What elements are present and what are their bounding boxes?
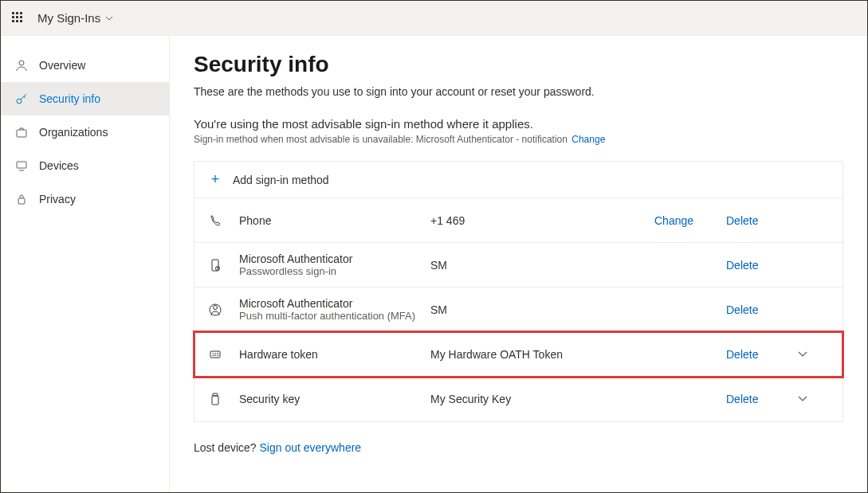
method-name: Phone: [239, 214, 430, 227]
method-name: Hardware token: [239, 348, 430, 361]
change-default-link[interactable]: Change: [571, 134, 605, 145]
chevron-down-icon[interactable]: [105, 16, 113, 21]
sidebar-item-label: Organizations: [39, 126, 108, 139]
add-method-label: Add sign-in method: [233, 174, 329, 186]
sidebar-item-label: Overview: [39, 59, 85, 72]
expand-chevron-icon[interactable]: [798, 351, 830, 358]
method-row: Microsoft AuthenticatorPush multi-factor…: [194, 288, 842, 332]
delete-link[interactable]: Delete: [726, 393, 798, 405]
sidebar-item-label: Privacy: [39, 193, 76, 205]
sidebar: Overview Security info Organizations Dev…: [1, 36, 170, 492]
usb-key-icon: [207, 392, 223, 406]
method-row: Phone+1 469ChangeDelete: [194, 198, 842, 243]
main-content: Security info These are the methods you …: [170, 36, 867, 492]
app-header: My Sign-Ins: [1, 1, 867, 36]
svg-rect-3: [17, 162, 26, 168]
method-name-cell: Security key: [239, 393, 430, 405]
method-name-cell: Microsoft AuthenticatorPasswordless sign…: [239, 252, 430, 277]
key-icon: [14, 92, 29, 105]
expand-chevron-icon[interactable]: [798, 396, 830, 402]
svg-rect-4: [18, 198, 25, 204]
method-name: Microsoft Authenticator: [239, 252, 430, 265]
sidebar-item-organizations[interactable]: Organizations: [1, 115, 169, 149]
method-name-cell: Phone: [239, 214, 430, 227]
person-circle-icon: [207, 303, 223, 317]
lost-device-section: Lost device? Sign out everywhere: [194, 441, 843, 454]
page-title: Security info: [194, 52, 843, 77]
methods-list: + Add sign-in method Phone+1 469ChangeDe…: [194, 161, 843, 422]
method-value: My Hardware OATH Token: [430, 348, 654, 361]
mobile-check-icon: [207, 258, 223, 272]
app-title[interactable]: My Sign-Ins: [37, 11, 100, 25]
svg-text:123: 123: [212, 352, 219, 357]
person-icon: [14, 59, 29, 72]
sidebar-item-security-info[interactable]: Security info: [1, 82, 169, 115]
svg-point-7: [214, 305, 218, 309]
plus-icon: +: [207, 171, 223, 188]
delete-link[interactable]: Delete: [726, 214, 798, 227]
method-row: 123Hardware tokenMy Hardware OATH TokenD…: [194, 332, 842, 377]
change-link[interactable]: Change: [654, 214, 726, 227]
delete-link[interactable]: Delete: [726, 259, 798, 272]
sidebar-item-label: Devices: [39, 159, 79, 172]
method-value: SM: [430, 259, 654, 272]
svg-rect-2: [17, 130, 26, 137]
method-name-cell: Hardware token: [239, 348, 430, 361]
phone-icon: [207, 213, 223, 228]
method-value: +1 469: [430, 214, 654, 227]
svg-rect-12: [212, 396, 218, 405]
method-value: SM: [430, 303, 654, 316]
method-sub: Passwordless sign-in: [239, 265, 430, 277]
sidebar-item-overview[interactable]: Overview: [1, 49, 169, 82]
method-value: My Security Key: [430, 393, 654, 405]
add-method-button[interactable]: + Add sign-in method: [194, 162, 842, 198]
sidebar-item-label: Security info: [39, 92, 100, 105]
method-name: Microsoft Authenticator: [239, 297, 430, 310]
sign-out-everywhere-link[interactable]: Sign out everywhere: [260, 441, 362, 454]
advisable-text: You're using the most advisable sign-in …: [194, 117, 843, 131]
svg-rect-5: [212, 260, 218, 271]
advisable-sub-text: Sign-in method when most advisable is un…: [194, 134, 843, 145]
page-subtitle: These are the methods you use to sign in…: [194, 85, 843, 98]
method-row: Security keyMy Security KeyDelete: [194, 377, 842, 421]
waffle-icon[interactable]: [12, 12, 25, 25]
method-sub: Push multi-factor authentication (MFA): [239, 310, 430, 322]
token-icon: 123: [207, 347, 223, 362]
method-name: Security key: [239, 393, 430, 405]
sidebar-item-devices[interactable]: Devices: [1, 149, 169, 182]
delete-link[interactable]: Delete: [726, 348, 798, 361]
sidebar-item-privacy[interactable]: Privacy: [1, 182, 169, 216]
monitor-icon: [14, 159, 29, 172]
lock-icon: [14, 193, 29, 205]
briefcase-icon: [14, 126, 29, 139]
method-name-cell: Microsoft AuthenticatorPush multi-factor…: [239, 297, 430, 322]
method-row: Microsoft AuthenticatorPasswordless sign…: [194, 243, 842, 288]
svg-point-0: [19, 61, 24, 65]
delete-link[interactable]: Delete: [726, 303, 798, 316]
